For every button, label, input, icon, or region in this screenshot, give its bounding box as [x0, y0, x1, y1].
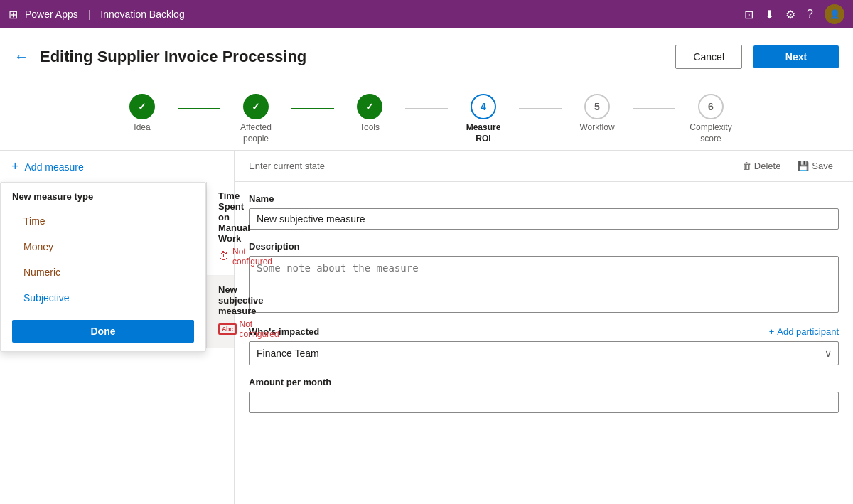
- amount-field-group: Amount per month: [249, 377, 839, 413]
- main-content: + Add measure Sug Tim Mo Nu Sub New meas…: [0, 151, 853, 504]
- whos-impacted-field-group: Who's impacted + Add participant Finance…: [249, 326, 839, 365]
- enter-current-state-label: Enter current state: [249, 161, 731, 171]
- step-circle-affected-people: ✓: [243, 94, 269, 119]
- step-tools[interactable]: ✓ Tools: [334, 94, 405, 134]
- delete-button[interactable]: 🗑 Delete: [736, 158, 787, 174]
- connector-2: [291, 108, 334, 109]
- delete-icon: 🗑: [742, 161, 751, 171]
- back-button[interactable]: ←: [14, 48, 28, 65]
- download-icon[interactable]: ⬇: [765, 8, 774, 21]
- right-panel-body: Name Description Who's impacted + Add pa…: [235, 182, 853, 504]
- add-measure-bar[interactable]: + Add measure: [0, 151, 234, 183]
- step-circle-idea: ✓: [129, 94, 155, 119]
- connector-4: [519, 108, 562, 109]
- page-title: Editing Supplier Invoice Processing: [40, 48, 664, 66]
- header: ← Editing Supplier Invoice Processing Ca…: [0, 28, 853, 85]
- participant-select-wrapper: Finance Team ∨: [249, 341, 839, 365]
- help-icon[interactable]: ?: [807, 8, 813, 21]
- measure-item-subjective[interactable]: New subjective measure Abc Not configure…: [207, 276, 234, 348]
- connector-5: [633, 108, 675, 109]
- step-affected-people[interactable]: ✓ Affectedpeople: [220, 94, 291, 144]
- next-button[interactable]: Next: [753, 45, 839, 68]
- step-circle-tools: ✓: [357, 94, 382, 119]
- done-button[interactable]: Done: [12, 320, 194, 343]
- settings-icon[interactable]: ⚙: [785, 8, 795, 21]
- description-field-group: Description: [249, 241, 839, 315]
- dropdown-footer: Done: [1, 311, 205, 351]
- add-participant-label: Add participant: [777, 326, 839, 337]
- step-label-measure-roi: MeasureROI: [466, 122, 501, 144]
- left-panel: + Add measure Sug Tim Mo Nu Sub New meas…: [0, 151, 235, 504]
- step-label-affected-people: Affectedpeople: [240, 122, 272, 144]
- description-textarea[interactable]: [249, 256, 839, 313]
- add-measure-label: Add measure: [25, 161, 84, 173]
- step-label-tools: Tools: [360, 122, 380, 134]
- save-icon: 💾: [798, 161, 809, 171]
- cancel-button[interactable]: Cancel: [675, 45, 742, 69]
- measure-subjective-status: Abc Not configured: [218, 319, 222, 339]
- dropdown-item-money[interactable]: Money: [1, 234, 205, 259]
- step-complexity-score[interactable]: 6 Complexityscore: [675, 94, 746, 144]
- connector-1: [178, 108, 220, 109]
- abc-icon: Abc: [218, 323, 237, 335]
- measure-subjective-label: New subjective measure: [218, 284, 222, 316]
- save-button[interactable]: 💾 Save: [792, 158, 839, 174]
- connector-3: [405, 108, 448, 109]
- delete-label: Delete: [754, 161, 781, 171]
- grid-icon[interactable]: ⊞: [9, 8, 18, 21]
- app-name: Power Apps: [25, 9, 78, 20]
- dropdown-header: New measure type: [1, 183, 205, 208]
- right-panel-header: Enter current state 🗑 Delete 💾 Save: [235, 151, 853, 182]
- dropdown-item-time[interactable]: Time: [1, 208, 205, 234]
- name-label: Name: [249, 193, 839, 204]
- step-circle-measure-roi: 4: [471, 94, 496, 119]
- step-circle-workflow: 5: [584, 94, 610, 119]
- dropdown-item-numeric[interactable]: Numeric: [1, 259, 205, 285]
- plus-icon: +: [11, 159, 19, 174]
- step-idea[interactable]: ✓ Idea: [107, 94, 178, 134]
- screen-icon[interactable]: ⊡: [744, 8, 753, 21]
- step-circle-complexity-score: 6: [698, 94, 724, 119]
- avatar[interactable]: 👤: [825, 4, 844, 24]
- whos-impacted-row: Who's impacted + Add participant: [249, 326, 839, 337]
- measure-time-label: Time Spent on Manual Work: [218, 191, 222, 244]
- save-label: Save: [812, 161, 833, 171]
- participant-select[interactable]: Finance Team: [249, 341, 839, 365]
- description-label: Description: [249, 241, 839, 252]
- project-name: Innovation Backlog: [100, 9, 184, 20]
- step-measure-roi[interactable]: 4 MeasureROI: [448, 94, 519, 144]
- stepper: ✓ Idea ✓ Affectedpeople ✓ Tools 4 Measur…: [0, 85, 853, 151]
- step-label-complexity-score: Complexityscore: [690, 122, 731, 144]
- topbar: ⊞ Power Apps | Innovation Backlog ⊡ ⬇ ⚙ …: [0, 0, 853, 28]
- right-panel: Enter current state 🗑 Delete 💾 Save Name…: [235, 151, 853, 504]
- step-label-workflow: Workflow: [579, 122, 614, 134]
- measure-time-status: ⏱ Not configured: [218, 247, 222, 267]
- plus-icon: +: [769, 326, 775, 337]
- dropdown-item-subjective[interactable]: Subjective: [1, 285, 205, 311]
- step-label-idea: Idea: [134, 122, 150, 134]
- topbar-separator: |: [88, 9, 91, 20]
- amount-input[interactable]: [249, 392, 839, 413]
- measure-item-time[interactable]: Time Spent on Manual Work ⏱ Not configur…: [207, 182, 234, 276]
- measure-type-dropdown: New measure type Time Money Numeric Subj…: [0, 182, 206, 352]
- step-workflow[interactable]: 5 Workflow: [562, 94, 633, 134]
- time-icon: ⏱: [218, 250, 230, 263]
- topbar-right: ⊡ ⬇ ⚙ ? 👤: [744, 4, 844, 24]
- amount-label: Amount per month: [249, 377, 839, 387]
- add-participant-button[interactable]: + Add participant: [769, 326, 839, 337]
- name-input[interactable]: [249, 208, 839, 230]
- name-field-group: Name: [249, 193, 839, 230]
